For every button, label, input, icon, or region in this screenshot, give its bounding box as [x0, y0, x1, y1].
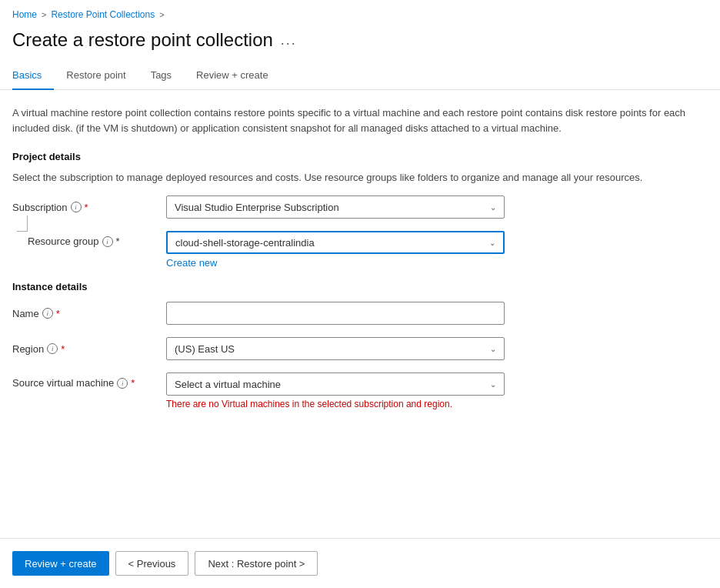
source-vm-dropdown-arrow: ⌄	[490, 380, 496, 389]
breadcrumb-home[interactable]: Home	[12, 9, 37, 20]
subscription-dropdown-arrow: ⌄	[490, 203, 496, 212]
page-container: Home > Restore Point Collections > Creat…	[0, 0, 720, 588]
footer: Review + create < Previous Next : Restor…	[0, 538, 720, 588]
tabs-container: Basics Restore point Tags Review + creat…	[0, 63, 720, 90]
next-button[interactable]: Next : Restore point >	[195, 551, 318, 576]
name-info-icon[interactable]: i	[42, 308, 53, 319]
page-description: A virtual machine restore point collecti…	[12, 105, 705, 135]
tab-review-create[interactable]: Review + create	[184, 63, 281, 90]
resource-group-label: Resource group i *	[28, 231, 166, 247]
source-vm-label: Source virtual machine i *	[12, 373, 166, 389]
region-dropdown[interactable]: (US) East US ⌄	[166, 337, 505, 360]
project-details-title: Project details	[12, 151, 708, 162]
breadcrumb: Home > Restore Point Collections >	[0, 0, 720, 26]
previous-button[interactable]: < Previous	[115, 551, 189, 576]
region-control: (US) East US ⌄	[166, 337, 505, 360]
review-create-button[interactable]: Review + create	[12, 551, 109, 576]
more-options-button[interactable]: ...	[281, 33, 297, 47]
region-required: *	[61, 343, 65, 355]
tab-restore-point[interactable]: Restore point	[54, 63, 138, 90]
source-vm-control: Select a virtual machine ⌄ There are no …	[166, 373, 505, 409]
region-info-icon[interactable]: i	[47, 343, 58, 354]
subscription-required: *	[85, 202, 88, 213]
page-header: Create a restore point collection ...	[0, 26, 720, 63]
breadcrumb-sep-2: >	[159, 10, 164, 19]
subscription-label: Subscription i *	[12, 202, 166, 213]
instance-details-title: Instance details	[12, 281, 708, 292]
resource-group-row: Resource group i * cloud-shell-storage-c…	[12, 231, 708, 269]
resource-group-dropdown-arrow: ⌄	[489, 239, 495, 247]
resource-group-required: *	[116, 236, 120, 247]
name-row: Name i *	[12, 302, 708, 325]
create-new-link[interactable]: Create new	[166, 257, 505, 269]
name-label: Name i *	[12, 308, 166, 319]
subscription-value: Visual Studio Enterprise Subscription	[175, 202, 339, 213]
name-control	[166, 302, 505, 325]
source-vm-error: There are no Virtual machines in the sel…	[166, 399, 505, 409]
tab-basics[interactable]: Basics	[12, 63, 54, 90]
subscription-dropdown[interactable]: Visual Studio Enterprise Subscription ⌄	[166, 195, 505, 219]
source-vm-required: *	[131, 377, 135, 389]
subscription-info-icon[interactable]: i	[71, 202, 82, 212]
region-dropdown-arrow: ⌄	[490, 345, 496, 353]
resource-group-dropdown[interactable]: cloud-shell-storage-centralindia ⌄	[166, 231, 505, 254]
project-sub-description: Select the subscription to manage deploy…	[12, 172, 708, 183]
breadcrumb-sep-1: >	[42, 10, 46, 19]
source-vm-value: Select a virtual machine	[175, 379, 281, 390]
subscription-row: Subscription i * Visual Studio Enterpris…	[12, 195, 708, 219]
resource-group-value: cloud-shell-storage-centralindia	[175, 237, 315, 249]
tab-tags[interactable]: Tags	[138, 63, 184, 90]
breadcrumb-collections[interactable]: Restore Point Collections	[51, 9, 155, 20]
region-label: Region i *	[12, 343, 166, 355]
source-vm-row: Source virtual machine i * Select a virt…	[12, 373, 708, 409]
subscription-control: Visual Studio Enterprise Subscription ⌄	[166, 195, 505, 219]
main-content: A virtual machine restore point collecti…	[0, 90, 720, 538]
region-value: (US) East US	[175, 343, 235, 355]
resource-group-info-icon[interactable]: i	[102, 236, 113, 247]
page-title: Create a restore point collection	[12, 29, 273, 51]
region-row: Region i * (US) East US ⌄	[12, 337, 708, 360]
name-input[interactable]	[166, 302, 505, 325]
source-vm-dropdown[interactable]: Select a virtual machine ⌄	[166, 373, 505, 396]
resource-group-control: cloud-shell-storage-centralindia ⌄ Creat…	[166, 231, 505, 269]
source-vm-info-icon[interactable]: i	[117, 378, 128, 389]
name-required: *	[56, 308, 60, 319]
